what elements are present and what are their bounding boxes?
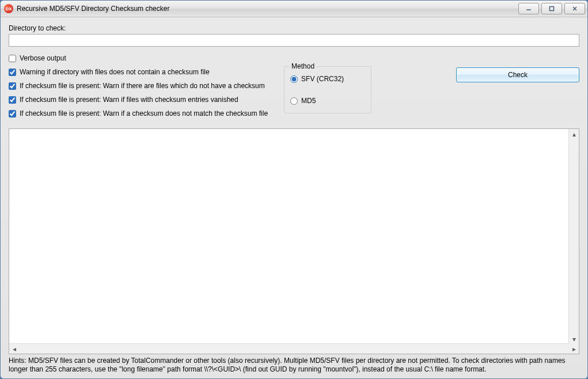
output-panel: ▴ ▾ ◂ ▸ [9, 128, 579, 354]
app-icon: DX [4, 4, 13, 13]
scroll-up-icon[interactable]: ▴ [569, 129, 579, 139]
app-window: DX Recursive MD5/SFV Directory Checksum … [0, 0, 588, 379]
directory-label: Directory to check: [9, 24, 579, 32]
method-legend: Method [289, 62, 317, 70]
checkbox-verbose-label: Verbose output [20, 54, 66, 62]
hscroll-track[interactable] [19, 344, 569, 354]
checkbox-warn-mismatch[interactable]: If checksum file is present: Warn if a c… [9, 107, 268, 120]
radio-sfv-label: SFV (CRC32) [301, 75, 344, 83]
check-button[interactable]: Check [456, 67, 579, 82]
checkbox-warn-mismatch-label: If checksum file is present: Warn if a c… [20, 109, 268, 118]
client-area: Directory to check: Verbose output Warni… [1, 17, 587, 378]
radio-md5-input[interactable] [290, 97, 298, 105]
checkbox-warn-vanished-input[interactable] [9, 96, 16, 104]
options-group: Verbose output Warning if directory with… [9, 51, 268, 120]
checkbox-verbose-input[interactable] [9, 55, 16, 62]
close-button[interactable] [564, 3, 585, 14]
scroll-right-icon[interactable]: ▸ [569, 344, 579, 354]
vscroll-track[interactable] [569, 139, 579, 334]
checkbox-verbose[interactable]: Verbose output [9, 51, 268, 65]
checkbox-warn-vanished[interactable]: If checksum file is present: Warn if fil… [9, 93, 268, 107]
vertical-scrollbar[interactable]: ▴ ▾ [568, 129, 579, 344]
checkbox-warn-missing[interactable]: If checksum file is present: Warn if the… [9, 79, 268, 93]
checkbox-warn-no-cksum-input[interactable] [9, 69, 16, 76]
maximize-button[interactable] [541, 3, 562, 14]
directory-input[interactable] [9, 34, 579, 47]
radio-md5[interactable]: MD5 [290, 94, 365, 107]
window-controls [516, 3, 585, 14]
titlebar[interactable]: DX Recursive MD5/SFV Directory Checksum … [1, 1, 587, 17]
checkbox-warn-mismatch-input[interactable] [9, 110, 16, 118]
radio-sfv-input[interactable] [290, 75, 298, 83]
checkbox-warn-missing-input[interactable] [9, 82, 16, 90]
method-group: Method SFV (CRC32) MD5 [284, 66, 371, 113]
scroll-down-icon[interactable]: ▾ [569, 334, 579, 344]
checkbox-warn-no-cksum[interactable]: Warning if directory with files does not… [9, 65, 268, 79]
svg-rect-1 [550, 7, 554, 11]
radio-sfv[interactable]: SFV (CRC32) [290, 73, 365, 85]
minimize-button[interactable] [518, 3, 539, 14]
output-text[interactable] [9, 129, 579, 343]
horizontal-scrollbar[interactable]: ◂ ▸ [9, 343, 579, 354]
window-title: Recursive MD5/SFV Directory Checksum che… [17, 5, 516, 13]
checkbox-warn-missing-label: If checksum file is present: Warn if the… [20, 82, 265, 90]
radio-md5-label: MD5 [301, 97, 316, 105]
scroll-left-icon[interactable]: ◂ [9, 344, 19, 354]
checkbox-warn-no-cksum-label: Warning if directory with files does not… [20, 68, 210, 76]
hints-text: Hints: MD5/SFV files can be created by T… [9, 357, 579, 374]
options-row: Verbose output Warning if directory with… [9, 51, 579, 120]
checkbox-warn-vanished-label: If checksum file is present: Warn if fil… [20, 96, 238, 104]
